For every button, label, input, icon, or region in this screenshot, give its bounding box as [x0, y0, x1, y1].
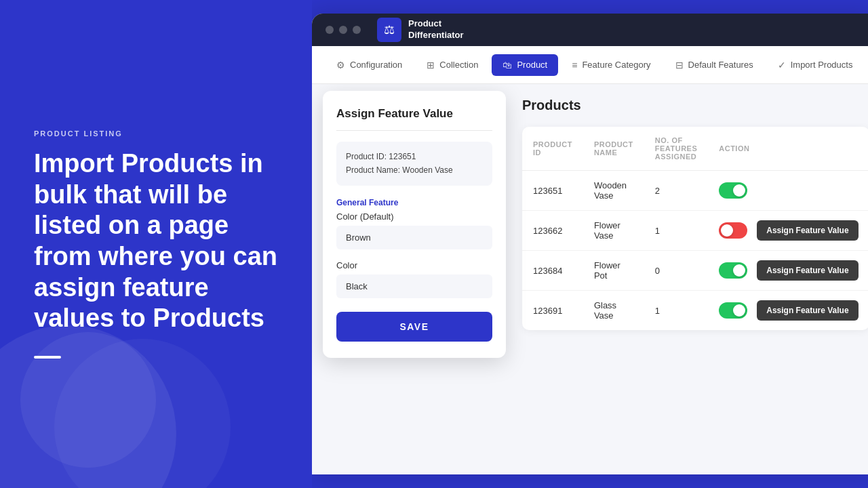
- assign-feature-btn-3[interactable]: Assign Feature Value: [757, 300, 858, 321]
- cell-features-count: 1: [644, 291, 708, 331]
- cell-product-id: 123684: [522, 251, 583, 291]
- assign-feature-btn-2[interactable]: Assign Feature Value: [757, 260, 858, 281]
- cell-product-name: Flower Pot: [583, 251, 644, 291]
- browser-logo: ⚖ Product Differentiator: [377, 18, 464, 42]
- logo-icon: ⚖: [377, 18, 401, 42]
- modal-color-default-input[interactable]: [336, 226, 492, 249]
- tab-import-products[interactable]: ✓ Import Products: [767, 54, 864, 76]
- tab-configuration[interactable]: ⚙ Configuration: [326, 54, 413, 76]
- table-row: 123684 Flower Pot 0 Assign Feature Value: [522, 251, 868, 291]
- modal-product-name: Product Name: Wooden Vase: [346, 163, 483, 177]
- list-icon: ⊟: [675, 60, 684, 70]
- toggle-switch-0[interactable]: [719, 182, 747, 199]
- modal-color-default-label: Color (Default): [336, 211, 492, 222]
- modal-card: Assign Feature Value Product ID: 123651 …: [323, 91, 506, 358]
- cell-product-name: Wooden Vase: [583, 171, 644, 211]
- main-heading: Import Products in bulk that will be lis…: [34, 148, 278, 334]
- products-title: Products: [522, 98, 868, 113]
- modal-section-label: General Feature: [336, 198, 492, 207]
- modal-product-info: Product ID: 123651 Product Name: Wooden …: [336, 142, 492, 186]
- nav-tabs: ⚙ Configuration ⊞ Collection 🛍 Product ≡…: [312, 46, 868, 84]
- layers-icon: ≡: [572, 60, 577, 70]
- cell-action: Assign Feature Value: [708, 251, 868, 291]
- collection-icon: ⊞: [427, 60, 435, 70]
- toggle-switch-1[interactable]: [719, 222, 747, 239]
- col-product-id: Product ID: [522, 127, 583, 171]
- cell-product-id: 123662: [522, 211, 583, 251]
- table-row: 123651 Wooden Vase 2: [522, 171, 868, 211]
- cell-product-name: Flower Vase: [583, 211, 644, 251]
- cell-features-count: 0: [644, 251, 708, 291]
- col-action: Action: [708, 127, 868, 171]
- save-button[interactable]: SAVE: [336, 312, 492, 342]
- logo-text: Product Differentiator: [408, 18, 464, 41]
- cell-features-count: 1: [644, 211, 708, 251]
- tab-feature-category[interactable]: ≡ Feature Category: [561, 54, 661, 76]
- cell-product-id: 123691: [522, 291, 583, 331]
- browser-window: ⚖ Product Differentiator ⚙ Configuration…: [312, 14, 868, 474]
- col-features-assigned: No. of Features Assigned: [644, 127, 708, 171]
- product-icon: 🛍: [502, 60, 512, 70]
- browser-dot-1: [326, 26, 334, 34]
- left-panel: PRODUCT LISTING Import Products in bulk …: [0, 0, 312, 488]
- cell-product-id: 123651: [522, 171, 583, 211]
- modal-product-id: Product ID: 123651: [346, 150, 483, 163]
- tab-product[interactable]: 🛍 Product: [492, 54, 558, 76]
- table-row: 123691 Glass Vase 1 Assign Feature Value: [522, 291, 868, 331]
- cell-action: [708, 171, 868, 211]
- toggle-switch-2[interactable]: [719, 262, 747, 279]
- browser-topbar: ⚖ Product Differentiator: [312, 14, 868, 46]
- right-panel: ⚖ Product Differentiator ⚙ Configuration…: [312, 0, 868, 488]
- gear-icon: ⚙: [336, 60, 345, 70]
- modal-title: Assign Feature Value: [336, 107, 492, 131]
- cell-product-name: Glass Vase: [583, 291, 644, 331]
- browser-dot-3: [353, 26, 361, 34]
- modal-color-input[interactable]: [336, 274, 492, 298]
- toggle-switch-3[interactable]: [719, 302, 747, 319]
- check-icon: ✓: [778, 60, 786, 70]
- divider: [34, 356, 61, 359]
- col-product-name: Product Name: [583, 127, 644, 171]
- section-label: PRODUCT LISTING: [34, 129, 278, 138]
- cell-features-count: 2: [644, 171, 708, 211]
- tab-default-features[interactable]: ⊟ Default Features: [665, 54, 764, 76]
- main-content: Assign Feature Value Product ID: 123651 …: [312, 84, 868, 474]
- modal-color-label: Color: [336, 260, 492, 270]
- browser-dot-2: [339, 26, 347, 34]
- tab-collection[interactable]: ⊞ Collection: [416, 54, 489, 76]
- products-area: Products Product ID Product Name No. of …: [515, 84, 868, 474]
- products-table: Product ID Product Name No. of Features …: [522, 127, 868, 330]
- assign-feature-btn-1[interactable]: Assign Feature Value: [757, 220, 858, 241]
- cell-action: Assign Feature Value: [708, 211, 868, 251]
- cell-action: Assign Feature Value: [708, 291, 868, 331]
- table-row: 123662 Flower Vase 1 Assign Feature Valu…: [522, 211, 868, 251]
